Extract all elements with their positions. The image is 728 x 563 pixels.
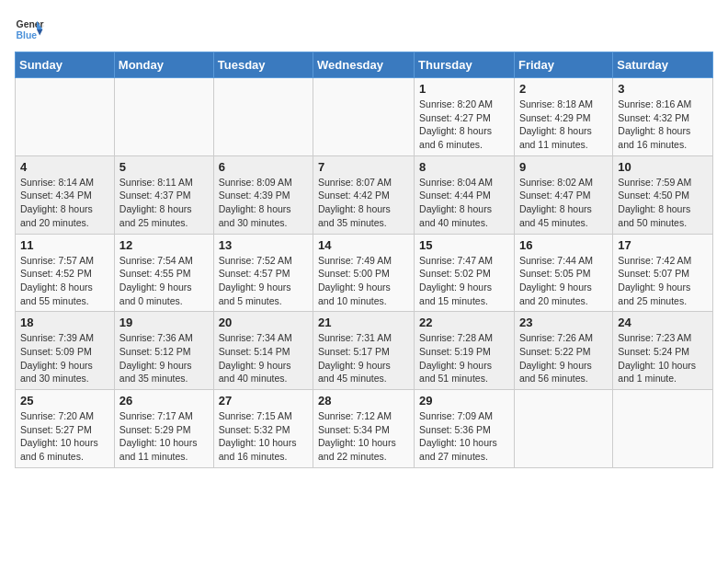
header-cell-wednesday: Wednesday [313, 52, 415, 78]
day-number: 17 [618, 238, 708, 252]
day-number: 7 [318, 160, 409, 174]
page-header: General Blue [15, 15, 713, 44]
calendar-cell: 17Sunrise: 7:42 AM Sunset: 5:07 PM Dayli… [613, 234, 713, 312]
day-number: 16 [519, 238, 608, 252]
day-info: Sunrise: 7:42 AM Sunset: 5:07 PM Dayligh… [618, 254, 708, 308]
day-number: 21 [318, 316, 409, 329]
day-number: 27 [219, 394, 308, 408]
day-number: 22 [419, 316, 509, 329]
day-info: Sunrise: 7:47 AM Sunset: 5:02 PM Dayligh… [419, 254, 509, 308]
day-info: Sunrise: 8:02 AM Sunset: 4:47 PM Dayligh… [519, 176, 608, 230]
calendar-cell [213, 78, 313, 156]
calendar-cell: 11Sunrise: 7:57 AM Sunset: 4:52 PM Dayli… [16, 234, 115, 312]
day-number: 23 [519, 316, 608, 329]
calendar-week-4: 18Sunrise: 7:39 AM Sunset: 5:09 PM Dayli… [16, 312, 713, 390]
calendar-cell: 1Sunrise: 8:20 AM Sunset: 4:27 PM Daylig… [415, 78, 515, 156]
calendar-cell [514, 390, 612, 468]
calendar-cell: 26Sunrise: 7:17 AM Sunset: 5:29 PM Dayli… [114, 390, 213, 468]
calendar-cell: 3Sunrise: 8:16 AM Sunset: 4:32 PM Daylig… [613, 78, 713, 156]
day-number: 28 [318, 394, 409, 408]
header-row: SundayMondayTuesdayWednesdayThursdayFrid… [16, 52, 713, 78]
day-number: 26 [119, 394, 209, 408]
day-number: 12 [119, 238, 209, 252]
day-info: Sunrise: 7:52 AM Sunset: 4:57 PM Dayligh… [219, 254, 308, 308]
day-info: Sunrise: 7:28 AM Sunset: 5:19 PM Dayligh… [419, 331, 509, 385]
day-info: Sunrise: 7:44 AM Sunset: 5:05 PM Dayligh… [519, 254, 608, 308]
day-info: Sunrise: 7:12 AM Sunset: 5:34 PM Dayligh… [318, 409, 409, 464]
logo-icon: General Blue [15, 15, 44, 44]
day-info: Sunrise: 7:49 AM Sunset: 5:00 PM Dayligh… [318, 254, 409, 308]
day-info: Sunrise: 8:20 AM Sunset: 4:27 PM Dayligh… [419, 98, 509, 152]
day-number: 9 [519, 160, 608, 174]
header-cell-sunday: Sunday [16, 52, 115, 78]
day-number: 4 [20, 160, 109, 174]
calendar-week-3: 11Sunrise: 7:57 AM Sunset: 4:52 PM Dayli… [16, 234, 713, 312]
day-info: Sunrise: 7:20 AM Sunset: 5:27 PM Dayligh… [20, 409, 109, 464]
calendar-cell [613, 390, 713, 468]
day-info: Sunrise: 7:59 AM Sunset: 4:50 PM Dayligh… [618, 176, 708, 230]
day-info: Sunrise: 8:18 AM Sunset: 4:29 PM Dayligh… [519, 98, 608, 152]
calendar-cell: 18Sunrise: 7:39 AM Sunset: 5:09 PM Dayli… [16, 312, 115, 390]
calendar-cell: 22Sunrise: 7:28 AM Sunset: 5:19 PM Dayli… [415, 312, 515, 390]
header-cell-friday: Friday [514, 52, 612, 78]
day-number: 1 [419, 82, 509, 96]
calendar-cell: 5Sunrise: 8:11 AM Sunset: 4:37 PM Daylig… [114, 155, 213, 234]
calendar-cell: 7Sunrise: 8:07 AM Sunset: 4:42 PM Daylig… [313, 155, 415, 234]
day-number: 11 [20, 238, 109, 252]
calendar-header: SundayMondayTuesdayWednesdayThursdayFrid… [16, 52, 713, 78]
day-info: Sunrise: 7:57 AM Sunset: 4:52 PM Dayligh… [20, 254, 109, 308]
calendar-cell: 16Sunrise: 7:44 AM Sunset: 5:05 PM Dayli… [514, 234, 612, 312]
logo: General Blue [15, 15, 44, 44]
day-info: Sunrise: 7:31 AM Sunset: 5:17 PM Dayligh… [318, 331, 409, 385]
calendar-cell: 29Sunrise: 7:09 AM Sunset: 5:36 PM Dayli… [415, 390, 515, 468]
day-info: Sunrise: 7:36 AM Sunset: 5:12 PM Dayligh… [119, 331, 209, 385]
calendar-cell: 27Sunrise: 7:15 AM Sunset: 5:32 PM Dayli… [213, 390, 313, 468]
calendar-cell: 10Sunrise: 7:59 AM Sunset: 4:50 PM Dayli… [613, 155, 713, 234]
header-cell-saturday: Saturday [613, 52, 713, 78]
day-info: Sunrise: 8:04 AM Sunset: 4:44 PM Dayligh… [419, 176, 509, 230]
calendar-week-1: 1Sunrise: 8:20 AM Sunset: 4:27 PM Daylig… [16, 78, 713, 156]
day-info: Sunrise: 7:34 AM Sunset: 5:14 PM Dayligh… [219, 331, 308, 385]
calendar-cell: 24Sunrise: 7:23 AM Sunset: 5:24 PM Dayli… [613, 312, 713, 390]
calendar-cell: 28Sunrise: 7:12 AM Sunset: 5:34 PM Dayli… [313, 390, 415, 468]
header-cell-monday: Monday [114, 52, 213, 78]
day-number: 13 [219, 238, 308, 252]
day-number: 18 [20, 316, 109, 329]
day-number: 14 [318, 238, 409, 252]
calendar-cell: 20Sunrise: 7:34 AM Sunset: 5:14 PM Dayli… [213, 312, 313, 390]
day-info: Sunrise: 8:16 AM Sunset: 4:32 PM Dayligh… [618, 98, 708, 152]
svg-marker-3 [37, 29, 42, 35]
day-info: Sunrise: 8:09 AM Sunset: 4:39 PM Dayligh… [219, 176, 308, 230]
day-number: 20 [219, 316, 308, 329]
calendar-cell [114, 78, 213, 156]
calendar-cell: 23Sunrise: 7:26 AM Sunset: 5:22 PM Dayli… [514, 312, 612, 390]
day-info: Sunrise: 7:26 AM Sunset: 5:22 PM Dayligh… [519, 331, 608, 385]
day-info: Sunrise: 7:09 AM Sunset: 5:36 PM Dayligh… [419, 409, 509, 464]
day-info: Sunrise: 7:23 AM Sunset: 5:24 PM Dayligh… [618, 331, 708, 385]
day-number: 19 [119, 316, 209, 329]
day-info: Sunrise: 7:39 AM Sunset: 5:09 PM Dayligh… [20, 331, 109, 385]
day-number: 24 [618, 316, 708, 329]
calendar-cell: 19Sunrise: 7:36 AM Sunset: 5:12 PM Dayli… [114, 312, 213, 390]
day-info: Sunrise: 7:15 AM Sunset: 5:32 PM Dayligh… [219, 409, 308, 464]
calendar-week-2: 4Sunrise: 8:14 AM Sunset: 4:34 PM Daylig… [16, 155, 713, 234]
calendar-week-5: 25Sunrise: 7:20 AM Sunset: 5:27 PM Dayli… [16, 390, 713, 468]
day-info: Sunrise: 7:17 AM Sunset: 5:29 PM Dayligh… [119, 409, 209, 464]
day-info: Sunrise: 8:07 AM Sunset: 4:42 PM Dayligh… [318, 176, 409, 230]
calendar-cell [16, 78, 115, 156]
day-number: 10 [618, 160, 708, 174]
day-number: 15 [419, 238, 509, 252]
day-number: 2 [519, 82, 608, 96]
calendar-cell [313, 78, 415, 156]
calendar-cell: 4Sunrise: 8:14 AM Sunset: 4:34 PM Daylig… [16, 155, 115, 234]
calendar-cell: 8Sunrise: 8:04 AM Sunset: 4:44 PM Daylig… [415, 155, 515, 234]
calendar-cell: 15Sunrise: 7:47 AM Sunset: 5:02 PM Dayli… [415, 234, 515, 312]
calendar-cell: 13Sunrise: 7:52 AM Sunset: 4:57 PM Dayli… [213, 234, 313, 312]
calendar-cell: 12Sunrise: 7:54 AM Sunset: 4:55 PM Dayli… [114, 234, 213, 312]
calendar-body: 1Sunrise: 8:20 AM Sunset: 4:27 PM Daylig… [16, 78, 713, 468]
calendar-cell: 6Sunrise: 8:09 AM Sunset: 4:39 PM Daylig… [213, 155, 313, 234]
day-info: Sunrise: 8:11 AM Sunset: 4:37 PM Dayligh… [119, 176, 209, 230]
day-number: 29 [419, 394, 509, 408]
day-info: Sunrise: 8:14 AM Sunset: 4:34 PM Dayligh… [20, 176, 109, 230]
calendar-cell: 14Sunrise: 7:49 AM Sunset: 5:00 PM Dayli… [313, 234, 415, 312]
